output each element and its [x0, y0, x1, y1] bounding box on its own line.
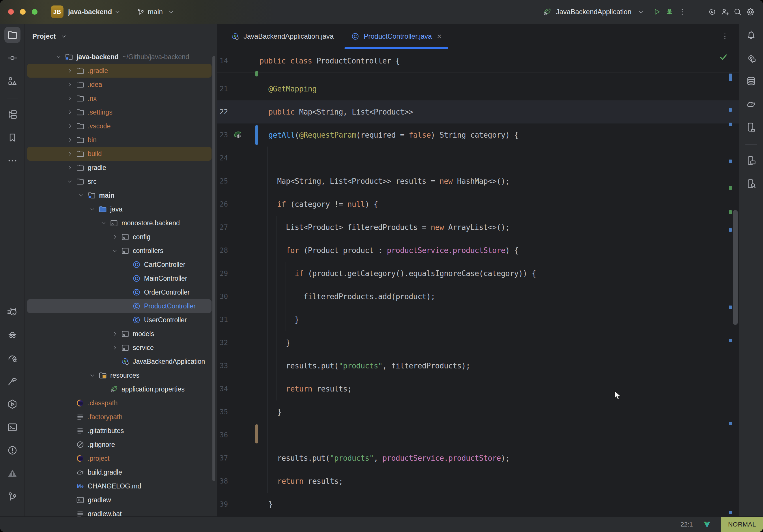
code-line-30[interactable]: 30 filteredProducts.add(product);	[217, 285, 739, 308]
tool-window-button-gradle[interactable]	[743, 96, 759, 112]
code-line-32[interactable]: 32 }	[217, 331, 739, 354]
tree-item-monostore-backend[interactable]: monostore.backend	[27, 216, 212, 230]
tool-window-button-build[interactable]	[4, 373, 21, 389]
project-widget[interactable]: java-backend	[63, 8, 121, 16]
code-line-24[interactable]: 24	[217, 147, 739, 170]
tree-item-main[interactable]: main	[27, 188, 212, 202]
tree-item-changelog-md[interactable]: CHANGELOG.md	[27, 479, 212, 493]
code-line-21[interactable]: 21@GetMapping	[217, 77, 739, 100]
endpoint-gutter-icon[interactable]	[233, 130, 243, 140]
tree-item-bin[interactable]: bin	[27, 133, 212, 147]
zoom-window-button[interactable]	[32, 9, 38, 15]
code-line-22[interactable]: 22public Map<String, List<Product>>	[217, 100, 739, 124]
tree-item-controllers[interactable]: controllers	[27, 244, 212, 258]
code-line-27[interactable]: 27 List<Product> filteredProducts = new …	[217, 216, 739, 239]
tree-item-models[interactable]: models	[27, 327, 212, 341]
code-line-33[interactable]: 33 results.put("products", filteredProdu…	[217, 354, 739, 377]
editor-tab-productcontroller-java[interactable]: ProductController.java×	[342, 24, 450, 49]
debug-button[interactable]	[663, 5, 676, 18]
code-line-37[interactable]: 37 results.put("products", productServic…	[217, 447, 739, 470]
tree-item--settings[interactable]: .settings	[27, 105, 212, 119]
code-line-28[interactable]: 28 for (Product product : productService…	[217, 239, 739, 262]
tree-item-ordercontroller[interactable]: OrderController	[27, 285, 212, 299]
project-panel-header[interactable]: Project	[25, 24, 217, 49]
tree-item-productcontroller[interactable]: ProductController	[27, 299, 212, 313]
code-line-38[interactable]: 38 return results;	[217, 470, 739, 493]
code-line-34[interactable]: 34 return results;	[217, 377, 739, 400]
tree-item-java-backend[interactable]: java-backend~/Github/java-backend	[27, 50, 212, 64]
tool-window-button-logcat[interactable]	[4, 304, 21, 320]
code-with-me-button[interactable]	[718, 5, 731, 18]
code-line-29[interactable]: 29 if (product.getCategory().equalsIgnor…	[217, 262, 739, 285]
tree-item-application-properties[interactable]: application.properties	[27, 382, 212, 396]
tree-scrollbar[interactable]	[212, 56, 215, 481]
tool-window-button-services[interactable]	[4, 396, 21, 412]
tree-item--gitignore[interactable]: .gitignore	[27, 438, 212, 452]
close-tab-icon[interactable]: ×	[437, 32, 442, 41]
tree-item--gitattributes[interactable]: .gitattributes	[27, 424, 212, 438]
code-line-31[interactable]: 31 }	[217, 308, 739, 331]
code-line-39[interactable]: 39}	[217, 493, 739, 516]
tool-window-button-problems[interactable]	[4, 442, 21, 459]
tool-window-button-notifications[interactable]	[743, 27, 759, 43]
search-everywhere-button[interactable]	[731, 5, 744, 18]
tree-item--vscode[interactable]: .vscode	[27, 119, 212, 133]
tool-window-button-hierarchy[interactable]	[4, 106, 21, 123]
tree-item--project[interactable]: .project	[27, 452, 212, 465]
tree-item--classpath[interactable]: .classpath	[27, 396, 212, 410]
inspections-ok-icon[interactable]	[718, 52, 728, 62]
tree-item-service[interactable]: service	[27, 341, 212, 355]
tree-item-src[interactable]: src	[27, 174, 212, 188]
tool-window-button-structure[interactable]	[4, 73, 21, 89]
run-configuration[interactable]: JavaBackendApplication	[543, 7, 645, 16]
tool-window-button-commit[interactable]	[4, 50, 21, 66]
tool-window-button-device-manager[interactable]	[743, 119, 759, 135]
tree-item-cartcontroller[interactable]: CartController	[27, 258, 212, 271]
tree-item-gradlew-bat[interactable]: gradlew.bat	[27, 507, 212, 516]
branch-widget[interactable]: main	[137, 8, 175, 16]
editor-options-button[interactable]	[721, 24, 729, 49]
tool-window-button-version-control[interactable]	[4, 488, 21, 505]
editor-tab-javabackendapplication-java[interactable]: JavaBackendApplication.java	[222, 24, 342, 49]
code-line-25[interactable]: 25 Map<String, List<Product>> results = …	[217, 170, 739, 193]
code-line-23[interactable]: 23getAll(@RequestParam(required = false)…	[217, 124, 739, 147]
code-line-36[interactable]: 36	[217, 424, 739, 447]
run-button[interactable]	[650, 5, 663, 18]
tool-window-button-inspections[interactable]	[4, 465, 21, 481]
vim-icon[interactable]	[703, 520, 711, 529]
tree-item-config[interactable]: config	[27, 230, 212, 244]
tool-window-button-device-explorer[interactable]	[743, 176, 759, 192]
tool-window-button-project[interactable]	[4, 27, 21, 43]
tree-item-gradle[interactable]: gradle	[27, 161, 212, 174]
tool-window-button-running-devices[interactable]	[743, 153, 759, 169]
ai-assistant-button[interactable]	[706, 5, 718, 18]
caret-position[interactable]: 22:1	[681, 521, 693, 528]
tree-item--gradle[interactable]: .gradle	[27, 64, 212, 78]
tool-window-button-more-tool-windows[interactable]	[4, 153, 21, 169]
tree-item-java[interactable]: java	[27, 202, 212, 216]
code-line-35[interactable]: 35 }	[217, 400, 739, 424]
code-line-26[interactable]: 26 if (category != null) {	[217, 193, 739, 216]
tool-window-button-ai-assistant[interactable]	[743, 50, 759, 66]
tool-window-button-app-inspection[interactable]	[4, 327, 21, 343]
settings-button[interactable]	[744, 5, 757, 18]
tree-item-gradlew[interactable]: gradlew	[27, 493, 212, 507]
vim-mode-badge[interactable]: NORMAL	[721, 517, 763, 532]
tool-window-button-database[interactable]	[743, 73, 759, 89]
tree-item-usercontroller[interactable]: UserController	[27, 313, 212, 327]
tool-window-button-bookmarks[interactable]	[4, 130, 21, 146]
tool-window-button-terminal[interactable]	[4, 419, 21, 435]
close-window-button[interactable]	[8, 9, 14, 15]
tree-item-build[interactable]: build	[27, 147, 212, 161]
tree-item-maincontroller[interactable]: MainController	[27, 271, 212, 285]
more-actions-button[interactable]	[676, 5, 689, 18]
tool-window-button-profiler[interactable]	[4, 350, 21, 366]
tree-item-resources[interactable]: resources	[27, 369, 212, 382]
tree-item-build-gradle[interactable]: build.gradle	[27, 465, 212, 479]
tree-item--idea[interactable]: .idea	[27, 78, 212, 91]
tree-item--factorypath[interactable]: .factorypath	[27, 410, 212, 424]
tree-item-javabackendapplication[interactable]: JavaBackendApplication	[27, 355, 212, 369]
minimize-window-button[interactable]	[20, 9, 26, 15]
tree-item--nx[interactable]: .nx	[27, 91, 212, 105]
editor[interactable]: JavaBackendApplication.javaProductContro…	[217, 24, 739, 516]
